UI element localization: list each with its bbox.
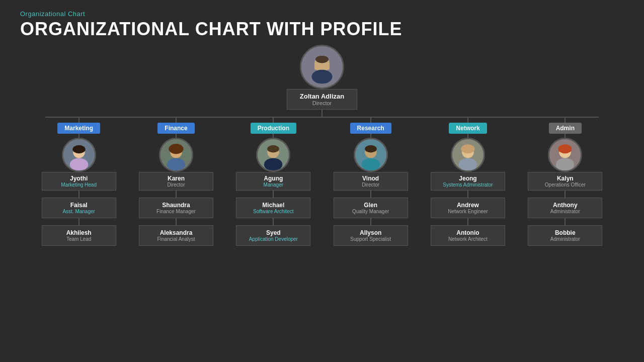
dept-head-name: Jeong xyxy=(435,175,501,182)
vert-sub2 xyxy=(467,218,468,225)
svg-point-9 xyxy=(69,158,88,171)
vert-sub2 xyxy=(565,218,566,225)
svg-point-16 xyxy=(267,145,279,153)
vert-badge xyxy=(273,134,274,138)
dept-head-card: Karen Director xyxy=(139,172,213,191)
dept-badge: Finance xyxy=(157,123,194,134)
svg-point-8 xyxy=(72,145,86,153)
dept-head-card: Kalyn Operations Officer xyxy=(528,172,602,191)
dept-head-avatar xyxy=(256,138,290,172)
dept-sub1-role: Quality Manager xyxy=(338,209,404,214)
vert-badge xyxy=(370,134,371,138)
vert-sub1 xyxy=(467,191,468,198)
top-connector xyxy=(321,110,323,117)
dept-sub1-name: Michael xyxy=(240,202,306,209)
dept-head-role: Manager xyxy=(240,182,306,188)
dept-head-name: Vinod xyxy=(338,175,404,182)
vert-sub1 xyxy=(273,191,274,198)
dept-sub1-role: Administrator xyxy=(532,209,598,214)
dept-head-name: Agung xyxy=(240,175,306,182)
vert-top xyxy=(273,118,274,123)
vert-top xyxy=(565,118,566,123)
vert-sub1 xyxy=(78,191,79,198)
vert-sub2 xyxy=(370,218,371,225)
dept-sub2-card: Akhilesh Team Lead xyxy=(42,225,116,246)
svg-point-21 xyxy=(361,158,379,171)
dept-head-card: Jeong Systems Administrator xyxy=(431,172,505,191)
dept-head-avatar xyxy=(354,138,388,172)
dept-sub2-card: Syed Application Developer xyxy=(236,225,310,246)
dept-sub2-role: Application Developer xyxy=(240,236,306,242)
director-name: Zoltan Adlizan xyxy=(294,93,350,100)
vert-top xyxy=(467,118,468,123)
dept-badge: Marketing xyxy=(57,123,100,134)
page: Organizational Chart ORGANIZATIONAL CHAR… xyxy=(0,0,644,362)
dept-sub2-role: Team Lead xyxy=(46,236,112,242)
dept-head-role: Operations Officer xyxy=(532,182,598,188)
dept-head-role: Director xyxy=(143,182,209,188)
vert-sub2 xyxy=(273,218,274,225)
dept-sub2-name: Aleksandra xyxy=(143,229,209,236)
svg-point-24 xyxy=(461,144,474,153)
dept-badge: Admin xyxy=(549,123,582,134)
dept-sub1-role: Software Architect xyxy=(240,209,306,214)
vert-sub2 xyxy=(78,218,79,225)
dept-sub1-card: Glen Quality Manager xyxy=(334,198,408,218)
dept-col-research: Research Vinod Director Glen Quality Man… xyxy=(326,118,416,246)
vert-badge xyxy=(78,134,79,138)
dept-head-avatar xyxy=(62,138,96,172)
dept-sub1-role: Asst. Manager xyxy=(46,209,112,214)
dept-sub1-card: Michael Software Architect xyxy=(236,198,310,218)
vert-top xyxy=(78,118,79,123)
header-label: Organizational Chart xyxy=(20,10,624,18)
director-role: Director xyxy=(294,100,350,106)
departments-row: Marketing Jyothi Marketing Head Faisal A… xyxy=(30,118,614,246)
dept-head-name: Karen xyxy=(143,175,209,182)
dept-head-avatar xyxy=(159,138,193,172)
svg-point-5 xyxy=(315,56,329,63)
header-title: ORGANIZATIONAL CHART WITH PROFILE xyxy=(20,19,624,40)
dept-col-admin: Admin Kalyn Operations Officer Anthony A… xyxy=(520,118,610,246)
dept-sub2-name: Allyson xyxy=(338,229,404,236)
dept-sub1-card: Anthony Administrator xyxy=(528,198,602,218)
dept-head-card: Agung Manager xyxy=(236,172,310,191)
director-avatar xyxy=(300,45,344,89)
director-card: Zoltan Adlizan Director xyxy=(287,89,357,110)
dept-col-network: Network Jeong Systems Administrator Andr… xyxy=(423,118,513,246)
vert-badge xyxy=(467,134,468,138)
dept-badge: Production xyxy=(251,123,296,134)
svg-point-2 xyxy=(312,70,333,84)
svg-point-25 xyxy=(459,158,477,171)
dept-sub1-name: Faisal xyxy=(46,202,112,209)
dept-sub2-role: Financial Analyst xyxy=(143,236,209,242)
svg-point-13 xyxy=(167,158,185,171)
svg-point-29 xyxy=(556,158,574,171)
dept-col-finance: Finance Karen Director Shaundra Finance … xyxy=(131,118,221,246)
vert-sub1 xyxy=(370,191,371,198)
svg-point-17 xyxy=(264,158,282,171)
dept-sub2-card: Aleksandra Financial Analyst xyxy=(139,225,213,246)
dept-sub2-card: Allyson Support Specialist xyxy=(334,225,408,246)
dept-sub1-card: Andrew Network Engineer xyxy=(431,198,505,218)
vert-badge xyxy=(176,134,177,138)
dept-col-marketing: Marketing Jyothi Marketing Head Faisal A… xyxy=(34,118,124,246)
dept-sub2-name: Bobbie xyxy=(532,229,598,236)
dept-head-role: Director xyxy=(338,182,404,188)
dept-badge: Research xyxy=(350,123,391,134)
dept-col-production: Production Agung Manager Michael Softwar… xyxy=(228,118,318,246)
vert-top xyxy=(370,118,371,123)
dept-sub1-role: Finance Manager xyxy=(143,209,209,214)
dept-head-name: Jyothi xyxy=(46,175,112,182)
dept-head-role: Marketing Head xyxy=(46,182,112,188)
vert-sub2 xyxy=(176,218,177,225)
dept-sub1-name: Andrew xyxy=(435,202,501,209)
dept-sub1-name: Glen xyxy=(338,202,404,209)
vert-sub1 xyxy=(565,191,566,198)
dept-head-avatar xyxy=(548,138,582,172)
vert-sub1 xyxy=(176,191,177,198)
dept-head-role: Systems Administrator xyxy=(435,182,501,188)
dept-sub2-name: Syed xyxy=(240,229,306,236)
dept-sub2-role: Administrator xyxy=(532,236,598,242)
dept-badge: Network xyxy=(449,123,487,134)
dept-sub1-card: Faisal Asst. Manager xyxy=(42,198,116,218)
